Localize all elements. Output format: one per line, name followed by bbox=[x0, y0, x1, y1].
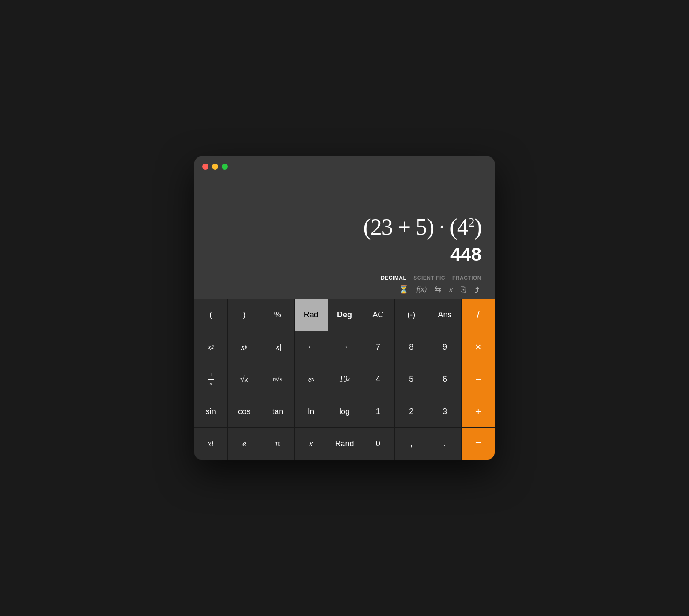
log-button[interactable]: log bbox=[328, 395, 361, 427]
seven-button[interactable]: 7 bbox=[361, 331, 394, 363]
open-paren-button[interactable]: ( bbox=[194, 299, 227, 331]
keypad-grid: ( ) % Rad Deg AC (-) Ans / x2 xb |x| ← →… bbox=[194, 299, 495, 460]
copy-icon[interactable]: ⎘ bbox=[461, 285, 466, 294]
result-display: 448 bbox=[450, 244, 481, 265]
sin-button[interactable]: sin bbox=[194, 395, 227, 427]
display-icons: ⏳ f(x) ⇆ x ⎘ ⮭ bbox=[194, 283, 495, 299]
abs-button[interactable]: |x| bbox=[261, 331, 294, 363]
eight-button[interactable]: 8 bbox=[395, 331, 428, 363]
ln-button[interactable]: ln bbox=[295, 395, 328, 427]
expression-display: (23 + 5) · (42) bbox=[363, 214, 481, 240]
variable-icon[interactable]: x bbox=[449, 285, 453, 294]
display-area: (23 + 5) · (42) 448 bbox=[194, 175, 495, 272]
two-button[interactable]: 2 bbox=[395, 395, 428, 427]
one-button[interactable]: 1 bbox=[361, 395, 394, 427]
decimal-mode[interactable]: DECIMAL bbox=[381, 275, 406, 281]
ans-button[interactable]: Ans bbox=[428, 299, 462, 331]
rad-button[interactable]: Rad bbox=[295, 299, 328, 331]
close-paren-button[interactable]: ) bbox=[228, 299, 261, 331]
maximize-button[interactable] bbox=[222, 164, 228, 170]
swap-icon[interactable]: ⇆ bbox=[435, 285, 441, 294]
minimize-button[interactable] bbox=[212, 164, 218, 170]
comma-button[interactable]: , bbox=[395, 428, 428, 460]
add-button[interactable]: + bbox=[462, 395, 495, 427]
fraction-mode[interactable]: FRACTION bbox=[452, 275, 481, 281]
three-button[interactable]: 3 bbox=[428, 395, 462, 427]
power-button[interactable]: xb bbox=[228, 331, 261, 363]
back-button[interactable]: ← bbox=[295, 331, 328, 363]
pi-button[interactable]: π bbox=[261, 428, 294, 460]
nine-button[interactable]: 9 bbox=[428, 331, 462, 363]
equals-button[interactable]: = bbox=[462, 428, 495, 460]
close-button[interactable] bbox=[202, 164, 208, 170]
divide-button[interactable]: / bbox=[462, 299, 495, 331]
history-icon[interactable]: ⏳ bbox=[399, 285, 409, 294]
multiply-button[interactable]: × bbox=[462, 331, 495, 363]
deg-button[interactable]: Deg bbox=[328, 299, 361, 331]
five-button[interactable]: 5 bbox=[395, 363, 428, 395]
clear-button[interactable]: AC bbox=[361, 299, 394, 331]
variable-button[interactable]: x bbox=[295, 428, 328, 460]
four-button[interactable]: 4 bbox=[361, 363, 394, 395]
rand-button[interactable]: Rand bbox=[328, 428, 361, 460]
zero-button[interactable]: 0 bbox=[361, 428, 394, 460]
six-button[interactable]: 6 bbox=[428, 363, 462, 395]
exp-button[interactable]: ex bbox=[295, 363, 328, 395]
negate-button[interactable]: (-) bbox=[395, 299, 428, 331]
factorial-button[interactable]: x! bbox=[194, 428, 227, 460]
reciprocal-button[interactable]: 1 x bbox=[194, 363, 227, 395]
keypad-area: ( ) % Rad Deg AC (-) Ans / x2 xb |x| ← →… bbox=[194, 299, 495, 460]
cos-button[interactable]: cos bbox=[228, 395, 261, 427]
sqrt-button[interactable]: √x bbox=[228, 363, 261, 395]
decimal-button[interactable]: . bbox=[428, 428, 462, 460]
function-icon[interactable]: f(x) bbox=[416, 285, 427, 293]
euler-button[interactable]: e bbox=[228, 428, 261, 460]
subtract-button[interactable]: − bbox=[462, 363, 495, 395]
ten-power-button[interactable]: 10x bbox=[328, 363, 361, 395]
forward-button[interactable]: → bbox=[328, 331, 361, 363]
scientific-mode[interactable]: SCIENTIFIC bbox=[413, 275, 445, 281]
share-icon[interactable]: ⮭ bbox=[473, 285, 481, 294]
square-button[interactable]: x2 bbox=[194, 331, 227, 363]
titlebar bbox=[194, 156, 495, 175]
tan-button[interactable]: tan bbox=[261, 395, 294, 427]
display-modes: DECIMAL SCIENTIFIC FRACTION bbox=[194, 272, 495, 283]
calculator-window: (23 + 5) · (42) 448 DECIMAL SCIENTIFIC F… bbox=[194, 156, 495, 460]
percent-button[interactable]: % bbox=[261, 299, 294, 331]
nth-root-button[interactable]: n√x bbox=[261, 363, 294, 395]
